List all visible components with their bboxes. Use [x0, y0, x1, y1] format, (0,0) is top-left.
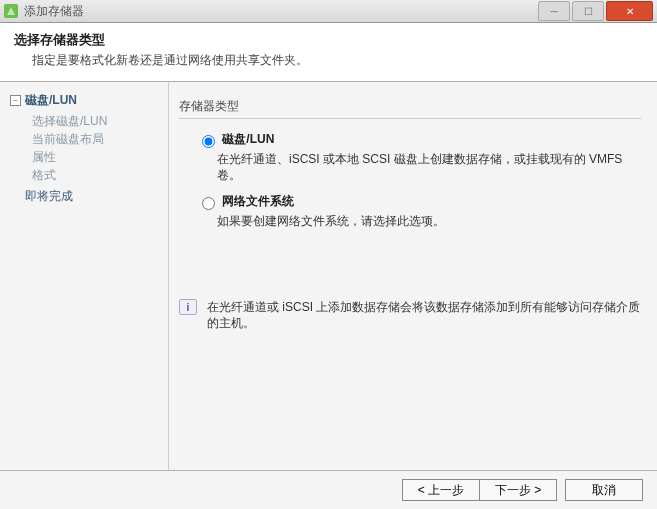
next-button[interactable]: 下一步 >	[479, 479, 557, 501]
sidebar-step-label: 磁盘/LUN	[25, 92, 77, 109]
info-text: 在光纤通道或 iSCSI 上添加数据存储会将该数据存储添加到所有能够访问存储介质…	[207, 299, 641, 331]
sidebar-step-ready[interactable]: 即将完成	[25, 188, 162, 205]
maximize-button[interactable]: ☐	[572, 1, 604, 21]
collapse-icon[interactable]: −	[10, 95, 21, 106]
radio-disk-lun[interactable]	[202, 135, 215, 148]
group-divider	[179, 118, 641, 119]
close-button[interactable]: ✕	[606, 1, 653, 21]
nav-button-group: < 上一步 下一步 >	[402, 479, 557, 501]
page-heading: 选择存储器类型	[14, 31, 643, 49]
wizard-footer: < 上一步 下一步 > 取消	[0, 470, 657, 509]
wizard-window: 添加存储器 ─ ☐ ✕ 选择存储器类型 指定是要格式化新卷还是通过网络使用共享文…	[0, 0, 657, 509]
page-subheading: 指定是要格式化新卷还是通过网络使用共享文件夹。	[32, 52, 643, 69]
wizard-header: 选择存储器类型 指定是要格式化新卷还是通过网络使用共享文件夹。	[0, 23, 657, 82]
titlebar: 添加存储器 ─ ☐ ✕	[0, 0, 657, 23]
radio-nfs[interactable]	[202, 197, 215, 210]
wizard-steps-sidebar: − 磁盘/LUN 选择磁盘/LUN 当前磁盘布局 属性 格式 即将完成	[0, 82, 168, 470]
sidebar-step-disk-lun[interactable]: − 磁盘/LUN	[10, 92, 162, 109]
sidebar-step-format[interactable]: 格式	[32, 166, 162, 184]
option-nfs[interactable]: 网络文件系统 如果要创建网络文件系统，请选择此选项。	[197, 193, 641, 229]
info-note: i 在光纤通道或 iSCSI 上添加数据存储会将该数据存储添加到所有能够访问存储…	[179, 299, 641, 331]
sidebar-step-select-disk[interactable]: 选择磁盘/LUN	[32, 112, 162, 130]
wizard-body: − 磁盘/LUN 选择磁盘/LUN 当前磁盘布局 属性 格式 即将完成 存储器类…	[0, 82, 657, 470]
option-disk-lun[interactable]: 磁盘/LUN 在光纤通道、iSCSI 或本地 SCSI 磁盘上创建数据存储，或挂…	[197, 131, 641, 183]
option-disk-lun-title: 磁盘/LUN	[222, 132, 274, 146]
wizard-content: 存储器类型 磁盘/LUN 在光纤通道、iSCSI 或本地 SCSI 磁盘上创建数…	[168, 82, 657, 470]
sidebar-step-properties[interactable]: 属性	[32, 148, 162, 166]
option-nfs-desc: 如果要创建网络文件系统，请选择此选项。	[217, 213, 641, 229]
option-disk-lun-desc: 在光纤通道、iSCSI 或本地 SCSI 磁盘上创建数据存储，或挂载现有的 VM…	[217, 151, 641, 183]
minimize-button[interactable]: ─	[538, 1, 570, 21]
app-icon	[4, 4, 18, 18]
window-title: 添加存储器	[24, 3, 536, 20]
cancel-button[interactable]: 取消	[565, 479, 643, 501]
option-nfs-title: 网络文件系统	[222, 194, 294, 208]
group-title: 存储器类型	[179, 98, 641, 115]
back-button[interactable]: < 上一步	[402, 479, 480, 501]
storage-type-group: 存储器类型 磁盘/LUN 在光纤通道、iSCSI 或本地 SCSI 磁盘上创建数…	[179, 92, 641, 331]
sidebar-step-current-layout[interactable]: 当前磁盘布局	[32, 130, 162, 148]
info-icon: i	[179, 299, 197, 315]
sidebar-substeps: 选择磁盘/LUN 当前磁盘布局 属性 格式	[32, 112, 162, 184]
window-controls: ─ ☐ ✕	[536, 1, 653, 21]
